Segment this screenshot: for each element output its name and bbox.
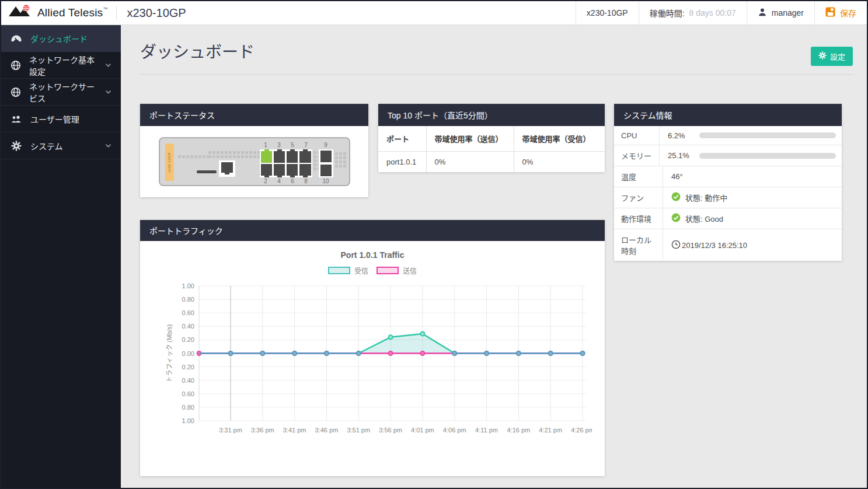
switch-faceplate: x230-10GP 1357 2468 9	[159, 137, 350, 186]
card-title: ポートステータス	[140, 104, 368, 126]
legend-item: 送信	[377, 266, 417, 275]
system-row-cpu: CPU 6.2%	[614, 126, 842, 145]
vent-dots	[335, 152, 346, 167]
sidebar-item-label: ユーザー管理	[30, 113, 79, 125]
sfp-ports	[319, 149, 333, 177]
brand-logo: Allied Telesis™	[1, 4, 116, 22]
user-menu[interactable]: manager	[747, 1, 814, 25]
row-label: 温度	[614, 166, 663, 187]
sidebar-item-label: ダッシュボード	[30, 33, 88, 44]
dashboard-icon	[11, 34, 22, 43]
legend-item: 受信	[328, 266, 368, 275]
sidebar-item-user-management[interactable]: ユーザー管理	[1, 106, 121, 132]
svg-text:0.80: 0.80	[182, 404, 194, 411]
traffic-chart: 1.000.800.600.400.200.000.200.400.600.80…	[140, 279, 605, 454]
system-row-memory: メモリー 25.1%	[614, 145, 842, 166]
ports-panel	[260, 149, 312, 177]
sfp-port-9[interactable]	[320, 151, 332, 162]
system-row-fan: ファン 状態: 動作中	[614, 187, 842, 208]
chart-legend: 受信送信	[140, 266, 605, 275]
cell-rx: 0%	[514, 152, 605, 173]
switch-port-5[interactable]	[287, 151, 298, 163]
svg-text:4:26 pm: 4:26 pm	[571, 427, 592, 434]
row-label: CPU	[614, 126, 660, 145]
legend-swatch	[377, 267, 399, 274]
chart-title: Port 1.0.1 Traffic	[140, 250, 605, 260]
port-numbers-bottom: 2468	[260, 178, 312, 184]
management-port	[219, 160, 235, 177]
svg-text:3:31 pm: 3:31 pm	[219, 427, 242, 434]
column-header-port: ポート	[378, 126, 426, 152]
table-row: port1.0.1 0% 0%	[378, 152, 605, 173]
hostname: x230-10GP	[587, 8, 628, 18]
username: manager	[772, 8, 804, 18]
header-divider	[140, 74, 854, 75]
chevron-down-icon	[105, 144, 111, 148]
port-status-card: ポートステータス x230-10GP 1357 2468	[140, 104, 368, 197]
card-title: ポートトラフィック	[140, 220, 605, 241]
row-label: ファン	[614, 187, 663, 208]
svg-text:4:06 pm: 4:06 pm	[443, 427, 466, 434]
switch-port-3[interactable]	[274, 151, 285, 163]
device-title: x230-10GP	[117, 6, 186, 20]
page-title: ダッシュボード	[140, 39, 854, 62]
switch-port-4[interactable]	[274, 164, 285, 176]
row-label: メモリー	[614, 145, 660, 166]
switch-port-8[interactable]	[299, 164, 311, 176]
gear-icon	[11, 141, 22, 151]
save-button[interactable]: 保存	[814, 1, 867, 25]
svg-text:3:41 pm: 3:41 pm	[283, 427, 306, 434]
sidebar-item-system[interactable]: システム	[1, 132, 121, 159]
svg-text:3:56 pm: 3:56 pm	[379, 427, 402, 434]
save-label: 保存	[840, 7, 856, 19]
uptime-value: 8 days 00:07	[689, 8, 736, 18]
sfp-port-10[interactable]	[320, 165, 332, 176]
system-info-card: システム情報 CPU 6.2% メモリー 25.1% 温度	[614, 104, 842, 261]
top10-table: ポート 帯域使用率（送信） 帯域使用率（受信） port1.0.1 0% 0%	[378, 126, 605, 172]
topbar: Allied Telesis™ x230-10GP x230-10GP 稼働時間…	[1, 1, 867, 25]
svg-text:4:11 pm: 4:11 pm	[475, 427, 498, 434]
sidebar-item-dashboard[interactable]: ダッシュボード	[1, 25, 121, 52]
globe-icon	[11, 60, 21, 71]
svg-text:0.40: 0.40	[182, 377, 194, 384]
sfp-number-bottom: 10	[319, 178, 333, 184]
check-circle-icon	[671, 213, 681, 224]
svg-text:0.00: 0.00	[182, 350, 194, 357]
svg-text:3:36 pm: 3:36 pm	[251, 427, 274, 434]
led-block	[208, 151, 260, 158]
users-icon	[11, 115, 22, 123]
port-traffic-card: ポートトラフィック Port 1.0.1 Traffic 受信送信 1.000.…	[140, 220, 605, 476]
cpu-bar	[699, 132, 836, 138]
svg-text:1.00: 1.00	[182, 282, 194, 289]
svg-text:トラフィック (Mb/s): トラフィック (Mb/s)	[166, 324, 173, 383]
clock-icon	[671, 240, 681, 251]
fan-status: 状態: 動作中	[685, 192, 727, 203]
switch-port-1[interactable]	[261, 151, 272, 163]
app-window: Allied Telesis™ x230-10GP x230-10GP 稼働時間…	[0, 0, 868, 489]
chevron-down-icon	[105, 63, 111, 68]
gear-icon	[818, 51, 827, 61]
switch-port-6[interactable]	[287, 164, 298, 176]
sfp-number-top: 9	[319, 142, 333, 148]
chevron-down-icon	[105, 90, 111, 95]
column-header-tx: 帯域使用率（送信）	[426, 126, 514, 152]
settings-button[interactable]: 設定	[811, 47, 853, 66]
sidebar-item-network-services[interactable]: ネットワークサービス	[1, 79, 121, 106]
environment-status: 状態: Good	[685, 213, 723, 224]
allied-telesis-logo-icon	[8, 4, 33, 22]
check-circle-icon	[671, 192, 681, 203]
uptime-label: 稼働時間:	[650, 7, 685, 19]
switch-port-7[interactable]	[299, 151, 311, 163]
row-label: ローカル時刻	[614, 229, 663, 261]
trademark: ™	[103, 6, 107, 12]
system-row-temperature: 温度 46°	[614, 166, 842, 187]
svg-text:4:01 pm: 4:01 pm	[411, 427, 434, 434]
port-numbers-top: 1357	[260, 142, 312, 148]
cell-port: port1.0.1	[378, 152, 426, 173]
uptime-cell: 稼働時間: 8 days 00:07	[639, 1, 747, 25]
switch-port-2[interactable]	[261, 164, 272, 176]
sidebar-item-network-basic[interactable]: ネットワーク基本設定	[1, 52, 121, 79]
sidebar-item-label: ネットワークサービス	[29, 81, 97, 104]
cpu-percent: 6.2%	[668, 131, 695, 140]
svg-text:0.20: 0.20	[182, 336, 194, 343]
